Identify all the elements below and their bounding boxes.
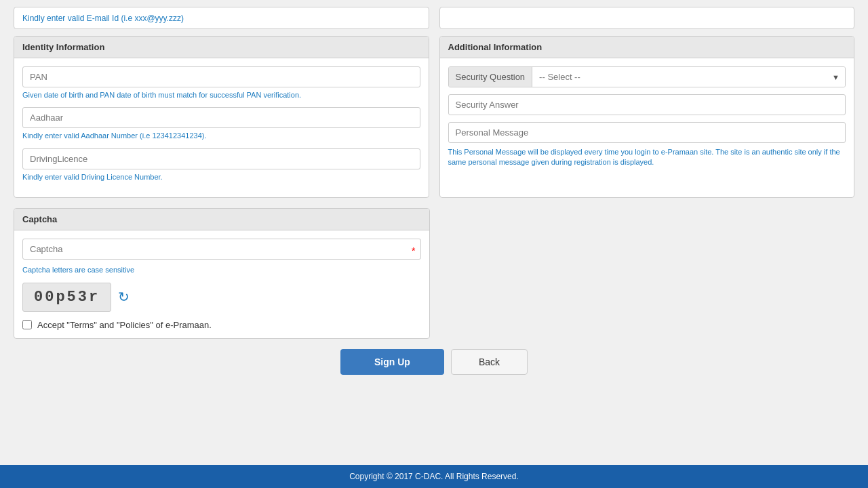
- identity-information-section: Identity Information Given date of birth…: [14, 36, 429, 198]
- captcha-right-spacer: [440, 208, 855, 338]
- right-error-box: [439, 7, 855, 29]
- captcha-input-wrapper: *: [22, 239, 421, 262]
- personal-message-input[interactable]: [448, 122, 846, 143]
- email-error-text: Kindly enter valid E-mail Id (i.e xxx@yy…: [22, 14, 184, 23]
- accept-terms-row: Accept "Terms" and "Policies" of e-Prama…: [22, 320, 421, 330]
- additional-information-section: Additional Information Security Question…: [439, 36, 855, 198]
- footer-copyright: Copyright © 2017 C-DAC. All Rights Reser…: [349, 472, 519, 481]
- driving-licence-hint: Kindly enter valid Driving Licence Numbe…: [22, 172, 420, 182]
- personal-message-hint: This Personal Message will be displayed …: [448, 147, 846, 168]
- captcha-section-header: Captcha: [14, 209, 429, 230]
- pan-hint: Given date of birth and PAN date of birt…: [22, 90, 420, 100]
- form-buttons: Sign Up Back: [14, 349, 854, 375]
- aadhaar-input[interactable]: [22, 107, 420, 128]
- captcha-required-indicator: *: [412, 245, 415, 256]
- security-question-select[interactable]: -- Select --: [532, 67, 845, 87]
- driving-licence-input[interactable]: [22, 148, 420, 169]
- back-button[interactable]: Back: [451, 349, 528, 375]
- captcha-refresh-icon[interactable]: ↻: [118, 289, 130, 305]
- captcha-hint: Captcha letters are case sensitive: [22, 265, 421, 275]
- additional-section-header: Additional Information: [440, 37, 854, 58]
- accept-terms-checkbox[interactable]: [22, 320, 32, 329]
- captcha-section: Captcha * Captcha letters are case sensi…: [14, 208, 430, 338]
- email-error-box: Kindly enter valid E-mail Id (i.e xxx@yy…: [14, 7, 429, 29]
- security-answer-input[interactable]: [448, 94, 846, 115]
- captcha-input[interactable]: [22, 239, 421, 260]
- pan-input[interactable]: [22, 66, 420, 87]
- aadhaar-hint: Kindly enter valid Aadhaar Number (i.e 1…: [22, 131, 420, 141]
- accept-terms-label: Accept "Terms" and "Policies" of e-Prama…: [37, 320, 212, 330]
- captcha-image: 00p53r: [22, 283, 111, 312]
- sign-up-button[interactable]: Sign Up: [340, 349, 444, 375]
- captcha-image-row: 00p53r ↻: [22, 283, 421, 312]
- security-question-label: Security Question: [449, 67, 533, 87]
- footer: Copyright © 2017 C-DAC. All Rights Reser…: [0, 465, 868, 488]
- security-question-row: Security Question -- Select -- ▼: [448, 66, 846, 87]
- security-question-select-wrapper: -- Select -- ▼: [532, 67, 845, 87]
- identity-section-header: Identity Information: [14, 37, 429, 58]
